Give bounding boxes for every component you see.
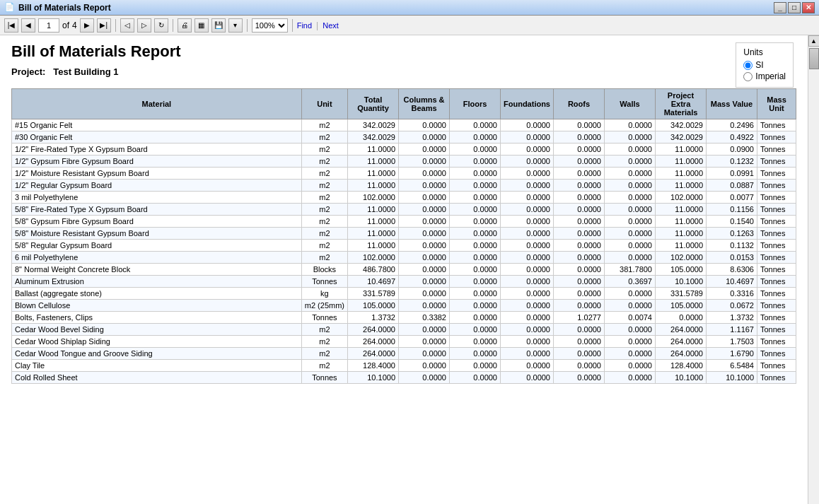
first-page-button[interactable]: |◀ xyxy=(4,18,18,33)
table-cell: 0.0000 xyxy=(450,276,501,288)
table-cell: Blown Cellulose xyxy=(12,300,302,312)
table-cell: 0.0000 xyxy=(554,300,605,312)
th-material: Material xyxy=(12,89,302,119)
zoom-select[interactable]: 100% 75% 50% 150% xyxy=(252,18,288,33)
last-page-button[interactable]: ▶| xyxy=(97,18,111,33)
next-page-button[interactable]: ▶ xyxy=(80,18,94,33)
table-cell: 0.0000 xyxy=(450,180,501,192)
table-cell: 1.3732 xyxy=(348,312,399,324)
window-title: Bill of Materials Report xyxy=(18,3,774,13)
table-cell: 0.0000 xyxy=(450,372,501,384)
table-cell: 264.0000 xyxy=(348,336,399,348)
table-cell: 0.0000 xyxy=(450,312,501,324)
table-cell: Tonnes xyxy=(301,276,347,288)
table-cell: 1.0277 xyxy=(554,312,605,324)
table-cell: m2 xyxy=(301,119,347,131)
table-cell: 0.0000 xyxy=(501,348,554,360)
scroll-thumb[interactable] xyxy=(809,48,819,69)
table-cell: Tonnes xyxy=(757,252,796,264)
table-cell: 0.0000 xyxy=(399,240,450,252)
table-cell: 0.1263 xyxy=(707,228,757,240)
table-cell: 0.0000 xyxy=(605,348,656,360)
table-cell: m2 xyxy=(301,131,347,143)
table-cell: 0.0000 xyxy=(450,216,501,228)
si-radio[interactable] xyxy=(743,61,753,70)
table-cell: Tonnes xyxy=(757,156,796,168)
table-cell: 0.0000 xyxy=(554,228,605,240)
table-cell: 0.0000 xyxy=(399,180,450,192)
refresh-button[interactable]: ↻ xyxy=(154,18,168,33)
separator-4 xyxy=(292,19,293,32)
table-cell: 0.0000 xyxy=(399,168,450,180)
table-cell: 0.0000 xyxy=(501,119,554,131)
table-row: Cedar Wood Bevel Sidingm2264.00000.00000… xyxy=(12,324,796,336)
table-cell: m2 xyxy=(301,252,347,264)
th-floors: Floors xyxy=(450,89,501,119)
table-cell: 0.0000 xyxy=(399,372,450,384)
table-cell: Blocks xyxy=(301,264,347,276)
table-cell: 5/8" Gypsum Fibre Gypsum Board xyxy=(12,216,302,228)
table-cell: Clay Tile xyxy=(12,360,302,372)
table-cell: 0.0000 xyxy=(399,204,450,216)
next-button[interactable]: Next xyxy=(323,21,339,30)
page-number-input[interactable] xyxy=(38,18,59,33)
table-cell: 0.0000 xyxy=(554,240,605,252)
prev-page-button[interactable]: ◀ xyxy=(21,18,35,33)
table-cell: 0.0000 xyxy=(399,156,450,168)
table-cell: 0.0000 xyxy=(554,264,605,276)
table-cell: Tonnes xyxy=(757,264,796,276)
table-cell: 0.0000 xyxy=(501,192,554,204)
table-cell: #30 Organic Felt xyxy=(12,131,302,143)
table-cell: m2 xyxy=(301,156,347,168)
table-cell: 0.0672 xyxy=(707,300,757,312)
th-walls: Walls xyxy=(605,89,656,119)
export-button[interactable]: 💾 xyxy=(211,18,226,33)
table-cell: m2 xyxy=(301,348,347,360)
table-cell: 0.0000 xyxy=(501,156,554,168)
table-cell: 0.0000 xyxy=(399,300,450,312)
minimize-button[interactable]: _ xyxy=(774,2,786,13)
table-cell: 10.1000 xyxy=(707,372,757,384)
table-cell: 0.0000 xyxy=(501,288,554,300)
forward-button[interactable]: ▷ xyxy=(137,18,151,33)
table-cell: 0.0000 xyxy=(501,168,554,180)
table-cell: 0.0000 xyxy=(554,372,605,384)
table-cell: 0.0000 xyxy=(501,276,554,288)
dropdown-button[interactable]: ▾ xyxy=(228,18,243,33)
print-button[interactable]: 🖨 xyxy=(178,18,192,33)
table-cell: 0.0000 xyxy=(605,228,656,240)
imperial-radio[interactable] xyxy=(743,72,753,81)
scroll-up-button[interactable]: ▲ xyxy=(808,35,820,47)
si-radio-row[interactable]: SI xyxy=(743,60,786,70)
table-row: Cedar Wood Tongue and Groove Sidingm2264… xyxy=(12,348,796,360)
table-cell: 0.0000 xyxy=(605,168,656,180)
close-button[interactable]: ✕ xyxy=(802,2,815,13)
table-cell: m2 xyxy=(301,240,347,252)
table-cell: 264.0000 xyxy=(348,324,399,336)
find-button[interactable]: Find xyxy=(297,21,312,30)
table-cell: 102.0000 xyxy=(656,192,707,204)
layout-button[interactable]: ▦ xyxy=(194,18,209,33)
vertical-scrollbar[interactable]: ▲ xyxy=(808,35,819,504)
imperial-radio-row[interactable]: Imperial xyxy=(743,71,786,81)
table-cell: 11.0000 xyxy=(656,240,707,252)
table-cell: 0.0000 xyxy=(501,360,554,372)
table-row: 1/2" Moisture Resistant Gypsum Boardm211… xyxy=(12,168,796,180)
table-cell: Tonnes xyxy=(757,143,796,156)
table-cell: Tonnes xyxy=(757,312,796,324)
table-cell: 0.0000 xyxy=(605,288,656,300)
back-button[interactable]: ◁ xyxy=(120,18,134,33)
table-cell: 0.0000 xyxy=(501,204,554,216)
table-row: Cedar Wood Shiplap Sidingm2264.00000.000… xyxy=(12,336,796,348)
table-cell: 0.0000 xyxy=(450,204,501,216)
table-cell: 11.0000 xyxy=(348,240,399,252)
table-cell: m2 xyxy=(301,360,347,372)
table-row: #30 Organic Feltm2342.00290.00000.00000.… xyxy=(12,131,796,143)
table-cell: 0.0000 xyxy=(554,119,605,131)
table-row: Blown Cellulosem2 (25mm)105.00000.00000.… xyxy=(12,300,796,312)
table-cell: 0.3697 xyxy=(605,276,656,288)
table-row: 5/8" Gypsum Fibre Gypsum Boardm211.00000… xyxy=(12,216,796,228)
table-cell: 0.0000 xyxy=(501,143,554,156)
maximize-button[interactable]: □ xyxy=(788,2,801,13)
table-cell: 0.0000 xyxy=(450,168,501,180)
